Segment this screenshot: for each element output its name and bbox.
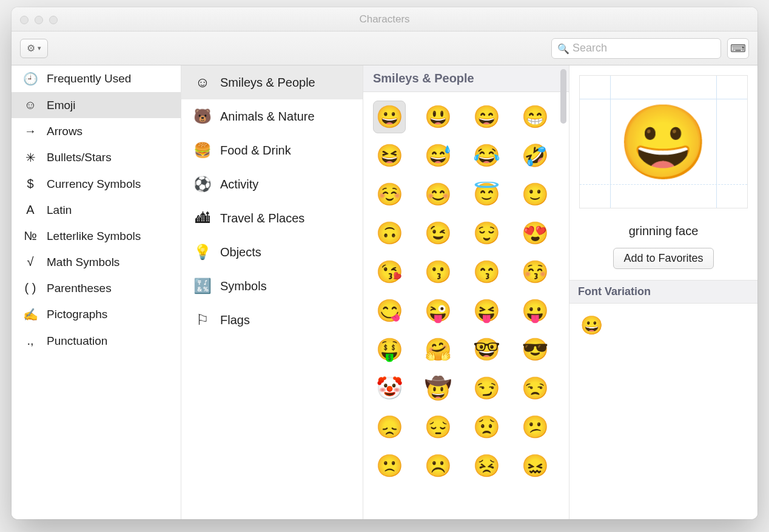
emoji-cell[interactable]: 😣 — [470, 450, 503, 482]
emoji-cell[interactable]: 🤗 — [421, 333, 454, 366]
sidebar-item[interactable]: 🕘Frequently Used — [12, 65, 181, 92]
emoji-cell[interactable]: ☹️ — [421, 450, 454, 482]
emoji-cell[interactable]: 😂 — [470, 139, 503, 172]
sidebar-item-icon: ✍ — [22, 307, 38, 322]
category-item-label: Activity — [220, 178, 258, 191]
emoji-cell[interactable]: 😗 — [421, 256, 454, 288]
emoji-cell[interactable]: 😛 — [519, 294, 551, 327]
search-icon: 🔍 — [557, 43, 569, 55]
sidebar-item-icon: √ — [22, 255, 38, 269]
category-item-label: Objects — [220, 245, 261, 259]
emoji-cell[interactable]: 🤠 — [421, 372, 454, 405]
category-item[interactable]: ⚽Activity — [181, 167, 363, 201]
emoji-cell[interactable]: 🤡 — [373, 372, 406, 405]
category-item-label: Food & Drink — [220, 144, 291, 158]
category-item[interactable]: ☺Smileys & People — [181, 65, 363, 99]
guide-line — [610, 76, 611, 208]
category-item-icon: ⚽ — [193, 176, 212, 193]
sidebar-item[interactable]: ( )Parentheses — [12, 275, 181, 301]
emoji-cell[interactable]: 😄 — [470, 101, 503, 133]
collapse-viewer-button[interactable]: ⌨ — [727, 38, 749, 59]
emoji-cell[interactable]: 😙 — [470, 256, 503, 288]
category-item[interactable]: 🍔Food & Drink — [181, 133, 363, 167]
sidebar-item-label: Punctuation — [47, 334, 107, 348]
emoji-cell[interactable]: 😌 — [470, 217, 503, 250]
sidebar-item-label: Parentheses — [47, 282, 112, 295]
sidebar-item-icon: ✳ — [22, 150, 38, 165]
preview-box: 😀 — [579, 75, 748, 208]
emoji-cell[interactable]: 😊 — [421, 178, 454, 211]
sidebar-item[interactable]: ✳Bullets/Stars — [12, 144, 181, 171]
sidebar-item-label: Bullets/Stars — [47, 151, 112, 164]
category-item-icon: 🐻 — [193, 108, 212, 125]
action-menu-button[interactable]: ⚙ ▾ — [20, 39, 48, 58]
search-input[interactable] — [551, 38, 721, 59]
sidebar-item-label: Latin — [47, 204, 72, 217]
search-field-wrap: 🔍 — [551, 38, 721, 59]
emoji-cell[interactable]: 😀 — [373, 101, 406, 133]
preview-glyph: 😀 — [618, 105, 709, 178]
sidebar-item-icon: 🕘 — [22, 71, 38, 86]
emoji-cell[interactable]: 🤣 — [519, 139, 551, 172]
sidebar-item[interactable]: √Math Symbols — [12, 249, 181, 275]
minimize-window-button[interactable] — [35, 16, 43, 24]
gear-icon: ⚙ — [27, 42, 35, 54]
sidebar-item[interactable]: →Arrows — [12, 118, 181, 144]
emoji-cell[interactable]: 😍 — [519, 217, 551, 250]
category-item-label: Symbols — [220, 279, 267, 293]
emoji-cell[interactable]: 😋 — [373, 294, 406, 327]
emoji-cell[interactable]: 😅 — [421, 139, 454, 172]
sidebar-item-icon: A — [22, 203, 38, 217]
emoji-cell[interactable]: 😟 — [470, 411, 503, 444]
sidebar-item[interactable]: $Currency Symbols — [12, 171, 181, 197]
category-item[interactable]: 🏙Travel & Places — [181, 201, 363, 235]
emoji-cell[interactable]: 🙃 — [373, 217, 406, 250]
emoji-cell[interactable]: 😏 — [470, 372, 503, 405]
emoji-cell[interactable]: 😁 — [519, 101, 551, 133]
close-window-button[interactable] — [20, 16, 29, 24]
category-list: ☺Smileys & People🐻Animals & Nature🍔Food … — [181, 65, 363, 519]
font-variation-glyph[interactable]: 😀 — [580, 315, 603, 335]
sidebar-item[interactable]: ALatin — [12, 197, 181, 223]
guide-line — [580, 99, 747, 99]
sidebar-item-icon: ☺ — [22, 98, 38, 112]
sidebar-item-label: Emoji — [47, 99, 76, 112]
emoji-cell[interactable]: 😜 — [421, 294, 454, 327]
guide-line — [716, 76, 717, 208]
emoji-cell[interactable]: 😆 — [373, 139, 406, 172]
category-item[interactable]: 🐻Animals & Nature — [181, 99, 363, 133]
category-item[interactable]: 🔣Symbols — [181, 269, 363, 303]
emoji-cell[interactable]: 🤓 — [470, 333, 503, 366]
sidebar-item[interactable]: ✍Pictographs — [12, 301, 181, 328]
emoji-cell[interactable]: 😚 — [519, 256, 551, 288]
scrollbar-thumb[interactable] — [560, 69, 566, 124]
emoji-cell[interactable]: 🙂 — [519, 178, 551, 211]
emoji-cell[interactable]: 😃 — [421, 101, 454, 133]
emoji-cell[interactable]: 😞 — [373, 411, 406, 444]
emoji-cell[interactable]: 😔 — [421, 411, 454, 444]
category-item-label: Smileys & People — [220, 76, 315, 90]
emoji-cell[interactable]: 😎 — [519, 333, 551, 366]
sidebar-item[interactable]: .,Punctuation — [12, 328, 181, 354]
emoji-cell[interactable]: 😝 — [470, 294, 503, 327]
emoji-cell[interactable]: ☺️ — [373, 178, 406, 211]
emoji-cell[interactable]: 😖 — [519, 450, 551, 482]
category-item-icon: ⚐ — [193, 311, 212, 328]
emoji-cell[interactable]: 😇 — [470, 178, 503, 211]
sidebar-item[interactable]: №Letterlike Symbols — [12, 223, 181, 249]
category-item[interactable]: ⚐Flags — [181, 303, 363, 337]
emoji-cell[interactable]: 🙁 — [373, 450, 406, 482]
category-item-label: Animals & Nature — [220, 110, 315, 124]
emoji-cell[interactable]: 😕 — [519, 411, 551, 444]
zoom-window-button[interactable] — [49, 16, 58, 24]
window-title: Characters — [12, 13, 757, 25]
emoji-cell[interactable]: 😒 — [519, 372, 551, 405]
emoji-cell[interactable]: 😘 — [373, 256, 406, 288]
add-to-favorites-button[interactable]: Add to Favorites — [613, 248, 713, 269]
category-item[interactable]: 💡Objects — [181, 235, 363, 269]
sidebar-item[interactable]: ☺Emoji — [12, 92, 181, 118]
emoji-cell[interactable]: 😉 — [421, 217, 454, 250]
grid-section-header: Smileys & People — [363, 65, 569, 92]
emoji-cell[interactable]: 🤑 — [373, 333, 406, 366]
sidebar-item-icon: → — [22, 124, 38, 138]
